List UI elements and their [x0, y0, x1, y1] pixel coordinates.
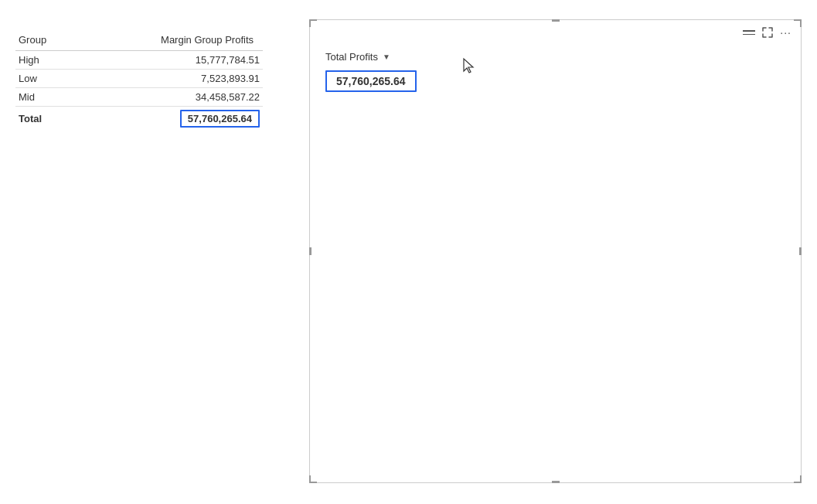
kpi-value-box: 57,760,265.64 [325, 70, 417, 92]
hamburger-icon[interactable] [743, 30, 755, 35]
table-row: Low 7,523,893.91 [15, 70, 263, 88]
corner-handle-tr[interactable] [794, 19, 802, 27]
kpi-content: Total Profits ▼ 57,760,265.64 [310, 20, 801, 107]
col-header-group: Group [15, 31, 84, 51]
value-cell: 15,777,784.51 [84, 51, 263, 70]
card-toolbar: ··· [743, 26, 791, 39]
edge-handle-right[interactable] [799, 247, 802, 255]
value-cell: 7,523,893.91 [84, 70, 263, 88]
total-label: Total [15, 107, 84, 131]
table-row: Mid 34,458,587.22 [15, 88, 263, 107]
kpi-card: ··· Total Profits ▼ 57,760,265.64 [309, 19, 802, 483]
expand-icon[interactable] [761, 26, 774, 39]
group-cell: Low [15, 70, 84, 88]
edge-handle-left[interactable] [309, 247, 311, 255]
edge-handle-bottom[interactable] [552, 481, 560, 483]
group-cell: High [15, 51, 84, 70]
edge-handle-top[interactable] [552, 19, 560, 22]
left-panel: Group Margin Group Profits High 15,777,7… [15, 15, 263, 489]
corner-handle-tl[interactable] [309, 19, 317, 27]
value-cell: 34,458,587.22 [84, 88, 263, 107]
kpi-label-row: Total Profits ▼ [325, 51, 785, 63]
corner-handle-br[interactable] [794, 475, 802, 483]
table-row: High 15,777,784.51 [15, 51, 263, 70]
corner-handle-bl[interactable] [309, 475, 317, 483]
margin-table: Group Margin Group Profits High 15,777,7… [15, 31, 263, 131]
group-cell: Mid [15, 88, 84, 107]
col-header-profits: Margin Group Profits [84, 31, 263, 51]
total-row: Total 57,760,265.64 [15, 107, 263, 131]
kpi-label: Total Profits [325, 51, 378, 63]
total-value-cell: 57,760,265.64 [84, 107, 263, 131]
more-options-icon[interactable]: ··· [780, 26, 791, 39]
main-container: Group Margin Group Profits High 15,777,7… [0, 0, 817, 504]
total-highlighted-value: 57,760,265.64 [180, 110, 260, 128]
right-panel: ··· Total Profits ▼ 57,760,265.64 [309, 19, 802, 489]
kpi-dropdown-arrow-icon[interactable]: ▼ [383, 53, 390, 61]
